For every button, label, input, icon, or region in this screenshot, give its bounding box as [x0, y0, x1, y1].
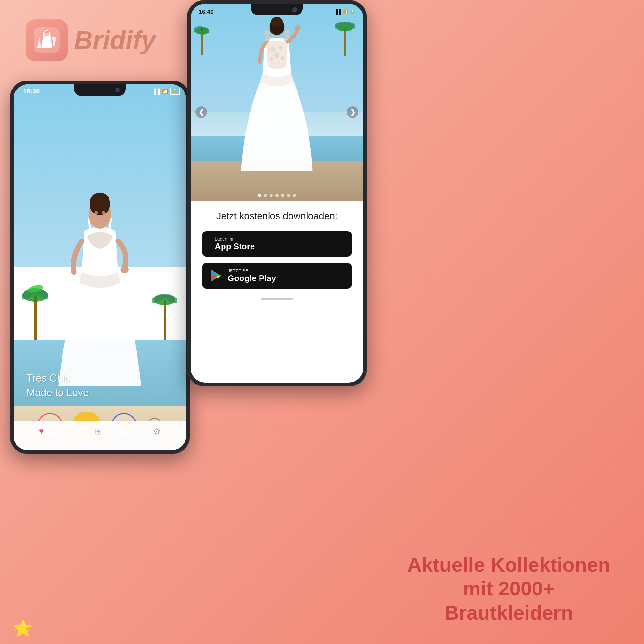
camera-left	[115, 88, 120, 92]
nav-settings[interactable]: ⚙	[153, 426, 161, 437]
left-dress-scene: Très Chic Made to Love 👎 ⭐ 👍 ⓘ ♥ ⊞ ⚙	[14, 84, 186, 450]
notch-left	[74, 84, 126, 96]
headline-line2: mit 2000+ Brautkleidern	[399, 577, 618, 625]
phone-right-screen: 16:40 ▐▐ 📶 🔋 ←	[191, 4, 363, 383]
status-icons-right: ▐▐ 📶 🔋	[335, 9, 355, 14]
app-store-text: Laden im App Store	[215, 236, 255, 251]
svg-marker-36	[217, 276, 221, 279]
svg-point-25	[279, 46, 283, 50]
dot-4	[281, 194, 284, 197]
google-play-label-big: Google Play	[228, 273, 276, 283]
dot-2	[270, 194, 273, 197]
time-left: 16:39	[23, 88, 40, 95]
phone-right-frame: 16:40 ▐▐ 📶 🔋 ←	[187, 0, 367, 386]
app-icon	[26, 19, 68, 61]
phone-left-screen: 16:39 ▐▐ 📶 🔋	[14, 84, 186, 450]
dress-name: Très Chic	[26, 372, 89, 384]
status-icons-left: ▐▐ 📶 🔋	[152, 88, 180, 95]
home-indicator	[261, 298, 293, 300]
palm-right	[152, 282, 177, 340]
palm-right-phone	[335, 14, 355, 56]
dress-tagline: Made to Love	[26, 387, 89, 399]
nav-heart[interactable]: ♥	[39, 426, 44, 436]
svg-point-28	[281, 56, 285, 60]
svg-point-32	[295, 25, 301, 30]
app-store-label-small: Laden im	[215, 236, 255, 241]
svg-point-15	[102, 211, 105, 214]
left-nav-arrow[interactable]: ❮	[195, 106, 207, 118]
right-dress-image: 16:40 ▐▐ 📶 🔋 ←	[191, 4, 363, 201]
svg-point-13	[90, 194, 109, 206]
phone-right: 16:40 ▐▐ 📶 🔋 ←	[187, 0, 367, 386]
download-title: Jetzt kostenlos downloaden:	[216, 211, 338, 222]
dot-6	[293, 194, 296, 197]
time-right: 16:40	[199, 9, 213, 15]
phone-left: 16:39 ▐▐ 📶 🔋	[10, 81, 190, 454]
image-dots	[258, 194, 296, 197]
app-store-label-big: App Store	[215, 241, 255, 251]
notch-right	[251, 4, 303, 15]
app-icon-svg	[32, 26, 61, 55]
right-nav-arrow[interactable]: ❯	[347, 106, 358, 118]
camera-right	[292, 7, 297, 12]
google-play-icon	[210, 269, 223, 282]
palm-left	[22, 276, 48, 340]
dot-3	[275, 194, 279, 197]
svg-point-26	[274, 52, 279, 58]
headline-line1: Aktuelle Kollektionen	[399, 553, 618, 577]
nav-grid[interactable]: ⊞	[95, 426, 102, 437]
dot-5	[287, 194, 290, 197]
overlay-text: Très Chic Made to Love	[26, 372, 89, 399]
right-scene	[191, 4, 363, 201]
app-store-button[interactable]: Laden im App Store	[202, 231, 352, 257]
svg-point-14	[95, 211, 98, 214]
dot-1	[264, 194, 267, 197]
google-play-label-small: JETZT BEI	[228, 268, 276, 273]
back-button[interactable]: ←	[199, 23, 208, 34]
download-section: Jetzt kostenlos downloaden: Laden im App…	[191, 201, 363, 383]
phone-left-frame: 16:39 ▐▐ 📶 🔋	[10, 81, 190, 454]
phone-right-content: 16:40 ▐▐ 📶 🔋 ←	[191, 4, 363, 383]
svg-point-24	[271, 47, 275, 52]
google-play-button[interactable]: JETZT BEI Google Play	[202, 263, 352, 289]
bottom-text: Aktuelle Kollektionen mit 2000+ Brautkle…	[399, 553, 618, 625]
dot-0	[258, 194, 261, 197]
woman-right	[221, 14, 333, 171]
svg-point-16	[120, 266, 129, 273]
google-play-text: JETZT BEI Google Play	[228, 268, 276, 283]
star-decoration: ⭐	[13, 619, 33, 638]
bottom-nav: ♥ ⊞ ⚙	[14, 421, 186, 450]
svg-rect-7	[164, 300, 166, 340]
svg-rect-2	[34, 295, 37, 340]
brand-name: Bridify	[74, 25, 156, 55]
svg-point-27	[270, 57, 273, 61]
logo-area: Bridify	[26, 19, 156, 61]
